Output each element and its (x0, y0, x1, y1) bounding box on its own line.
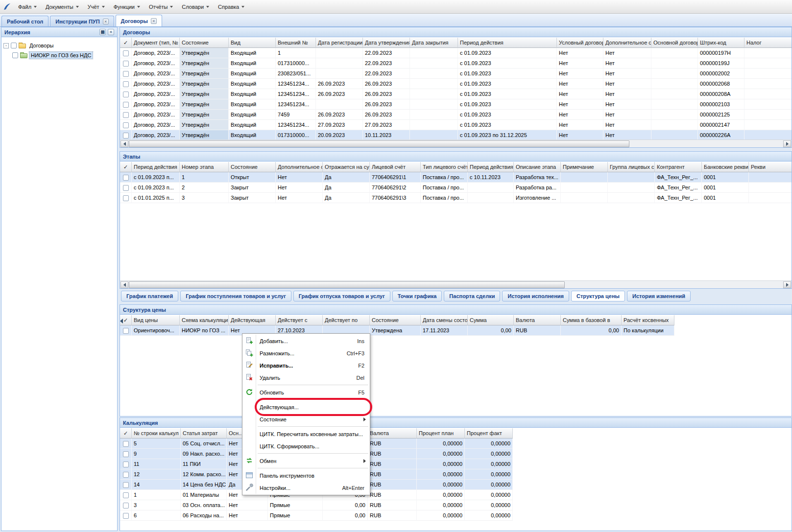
tree-node[interactable]: -Договоры (1, 41, 117, 50)
stages-hscrollbar[interactable] (120, 280, 792, 288)
column-header[interactable]: Вид (229, 38, 276, 48)
scroll-left-button[interactable] (120, 281, 128, 288)
context-menu-item[interactable]: Исправить...F2 (243, 359, 369, 371)
column-header[interactable]: Внешний № (276, 38, 316, 48)
column-header[interactable]: Схема калькуляци (180, 315, 229, 325)
table-row[interactable]: Договор, 2023/...УтверждёнВходящий745926… (120, 110, 792, 120)
column-header[interactable]: Дополнительное с (603, 38, 651, 48)
table-row[interactable]: Договор, 2023/...УтверждёнВходящий123451… (120, 99, 792, 110)
row-select-cell[interactable] (120, 325, 132, 336)
row-select-cell[interactable] (120, 110, 132, 120)
table-row[interactable]: с 01.09.2023 п...1ОткрытНетДа7706406291\… (120, 172, 792, 183)
context-menu-item[interactable]: УдалитьDel (243, 371, 369, 384)
row-select-cell[interactable] (120, 183, 132, 193)
tree-checkbox[interactable] (12, 52, 18, 58)
view-tab[interactable]: График платежей (121, 291, 178, 301)
row-checkbox[interactable] (123, 175, 129, 181)
column-header[interactable]: Период действия л (468, 162, 514, 172)
scroll-right-button[interactable] (783, 281, 791, 288)
table-row[interactable]: с 01.09.2023 п...2ЗакрытНетДа7706406291\… (120, 183, 792, 193)
row-select-cell[interactable] (120, 459, 132, 469)
table-row[interactable]: с 01.01.2025 п...3ЗакрытНетДа7706406291\… (120, 193, 792, 203)
view-tab[interactable]: Точки графика (392, 291, 442, 301)
scroll-right-button[interactable] (783, 140, 791, 147)
menubar-item[interactable]: Словари (177, 2, 214, 12)
column-header[interactable]: Примечание (561, 162, 608, 172)
row-checkbox[interactable] (123, 102, 129, 108)
row-select-cell[interactable] (120, 510, 132, 521)
column-header[interactable]: Описание этапа (514, 162, 561, 172)
column-header[interactable]: Валюта (514, 315, 561, 325)
tab-close-icon[interactable]: × (103, 19, 109, 24)
row-checkbox[interactable] (123, 441, 129, 447)
column-header[interactable]: Дата утверждения (363, 38, 410, 48)
row-checkbox[interactable] (123, 195, 129, 201)
column-header[interactable]: Дата регистрации (316, 38, 363, 48)
row-select-cell[interactable] (120, 89, 132, 99)
column-header[interactable]: Контрагент (655, 162, 702, 172)
row-checkbox[interactable] (123, 482, 129, 488)
row-checkbox[interactable] (123, 122, 129, 128)
view-tab[interactable]: Паспорта сделки (444, 291, 500, 301)
column-header[interactable]: № строки калькул (132, 428, 181, 439)
column-header[interactable]: Рекви (749, 162, 792, 172)
context-menu-item[interactable]: ЦИТК. Пересчитать косвенные затраты... (243, 428, 369, 440)
column-header[interactable]: Дата смены состо (421, 315, 468, 325)
context-menu-item[interactable]: Размножить...Ctrl+F3 (243, 347, 369, 359)
row-select-cell[interactable] (120, 490, 132, 500)
table-row[interactable]: Договор, 2023/...УтверждёнВходящий017310… (120, 58, 792, 69)
column-header[interactable]: Вид цены (132, 315, 180, 325)
row-checkbox[interactable] (123, 71, 129, 77)
context-menu-item[interactable]: ЦИТК. Сформировать... (243, 440, 369, 452)
column-header[interactable]: Действует с (276, 315, 323, 325)
column-header[interactable]: Период действия (132, 162, 180, 172)
context-menu-item[interactable]: Добавить...Ins (243, 335, 369, 347)
menubar-item[interactable]: Справка (214, 2, 249, 12)
collapse-region-arrow[interactable] (120, 319, 123, 324)
view-tab[interactable]: История исполнения (502, 291, 569, 301)
contracts-hscrollbar[interactable] (120, 139, 792, 147)
column-header[interactable]: Налог (744, 38, 792, 48)
row-select-cell[interactable] (120, 99, 132, 110)
row-select-cell[interactable] (120, 172, 132, 183)
row-checkbox[interactable] (123, 112, 129, 118)
row-select-cell[interactable] (120, 439, 132, 449)
row-select-cell[interactable] (120, 58, 132, 69)
view-tab[interactable]: График отпуска товаров и услуг (293, 291, 390, 301)
tree-checkbox[interactable] (11, 43, 17, 48)
scroll-left-button[interactable] (120, 140, 128, 147)
context-menu-item[interactable]: Настройки...Alt+Enter (243, 482, 369, 494)
row-select-cell[interactable] (120, 120, 132, 130)
row-checkbox[interactable] (123, 472, 129, 478)
view-tab[interactable]: Структура цены (571, 291, 625, 301)
main-tab[interactable]: Договоры× (116, 15, 162, 26)
menubar-item[interactable]: Учёт (83, 2, 109, 12)
column-header[interactable]: Группа лицевых с (608, 162, 655, 172)
column-header[interactable]: Состояние (229, 162, 276, 172)
row-select-cell[interactable] (120, 480, 132, 490)
column-header[interactable]: Состояние (180, 38, 229, 48)
menubar-item[interactable]: Отчёты (144, 2, 177, 12)
row-checkbox[interactable] (123, 513, 129, 519)
context-menu-item[interactable]: Действующая... (243, 401, 369, 413)
row-select-cell[interactable] (120, 500, 132, 510)
row-select-cell[interactable] (120, 193, 132, 203)
context-menu-item[interactable]: Обмен (243, 455, 369, 467)
context-menu-item[interactable]: ОбновитьF5 (243, 386, 369, 398)
row-checkbox[interactable] (123, 133, 129, 139)
tab-close-icon[interactable]: × (151, 18, 157, 24)
column-header[interactable]: Период действия (458, 38, 557, 48)
column-header[interactable]: Лицевой счёт (370, 162, 421, 172)
column-header[interactable]: Дополнительное с (276, 162, 323, 172)
column-header[interactable]: Валюта (368, 428, 417, 439)
row-checkbox[interactable] (123, 328, 129, 334)
row-select-cell[interactable] (120, 449, 132, 459)
column-header[interactable]: Штрих-код (698, 38, 744, 48)
menubar-item[interactable]: Документы (41, 2, 83, 12)
column-header[interactable]: Дата закрытия (410, 38, 458, 48)
column-header[interactable]: Основной договор (651, 38, 698, 48)
row-checkbox[interactable] (123, 185, 129, 191)
column-header[interactable]: Тип лицевого счёт (421, 162, 468, 172)
column-header[interactable]: Процент план (417, 428, 465, 439)
column-header[interactable]: Сумма в базовой в (561, 315, 622, 325)
